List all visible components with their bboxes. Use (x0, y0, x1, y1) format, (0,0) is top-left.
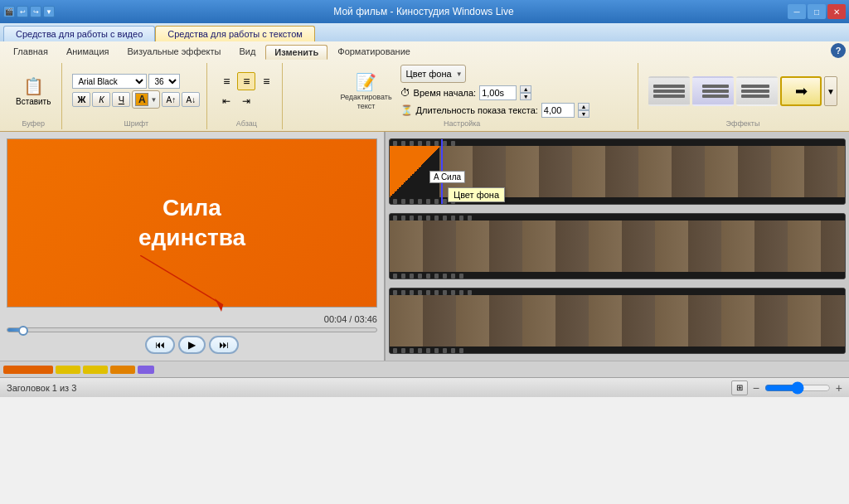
quick-access-icon[interactable]: ↩ (17, 6, 28, 17)
paste-label: Вставить (16, 97, 51, 106)
background-color-button[interactable]: Цвет фона ▼ (400, 65, 466, 83)
bold-button[interactable]: Ж (72, 92, 90, 107)
tab-text-tools[interactable]: Средства для работы с текстом (155, 26, 315, 41)
effect-btn-1[interactable] (648, 76, 690, 106)
paragraph-content: ≡ ≡ ≡ ⇤ ⇥ (217, 65, 275, 118)
effect-line-1c (653, 94, 685, 98)
hole (451, 274, 455, 279)
effect-btn-2[interactable] (692, 76, 734, 106)
paragraph-controls: ≡ ≡ ≡ ⇤ ⇥ (217, 72, 275, 110)
effect-btn-3[interactable] (736, 76, 778, 106)
play-button[interactable]: ▶ (178, 336, 206, 354)
play-next-button[interactable]: ⏭ (209, 336, 239, 354)
progress-handle[interactable] (18, 326, 28, 336)
align-center-button[interactable]: ≡ (237, 72, 255, 90)
hole (443, 274, 447, 279)
hole (434, 274, 439, 279)
svg-marker-1 (215, 298, 223, 312)
timeline-block-2 (389, 213, 846, 279)
timeline-dot-4[interactable] (110, 366, 135, 374)
minimize-button[interactable]: ─ (788, 4, 806, 19)
spin-down-icon[interactable]: ▼ (520, 93, 531, 100)
hole (410, 274, 414, 279)
timeline-dot-5[interactable] (138, 366, 154, 374)
timeline-dot-3[interactable] (83, 366, 108, 374)
tab-vid[interactable]: Вид (230, 45, 264, 60)
paste-button[interactable]: 📋 Вставить (12, 74, 55, 109)
hole (393, 348, 397, 353)
italic-button[interactable]: К (92, 92, 110, 107)
duration-row: ⏳ Длительность показа текста: ▲ ▼ (400, 103, 589, 118)
ribbon-tabs: Главная Анимация Визуальные эффекты Вид … (5, 45, 844, 60)
tab-glavnaya[interactable]: Главная (5, 45, 56, 60)
font-color-a: А (138, 94, 146, 105)
font-content: Arial Black 36 Ж К Ч (72, 65, 200, 118)
timeline-dot-1[interactable] (3, 366, 53, 374)
effects-label: Эффекты (726, 119, 760, 128)
effect-line-1a (653, 85, 685, 88)
bottom-bar: Заголовок 1 из 3 ⊞ − + (0, 377, 849, 397)
svg-line-0 (140, 255, 223, 305)
quick-access2-icon[interactable]: ↪ (30, 6, 41, 17)
preview-canvas: Силаединства (7, 138, 377, 308)
effect-lines-2 (694, 81, 732, 101)
time-start-label: Время начала: (414, 88, 477, 98)
tab-formatirovanie[interactable]: Форматирование (329, 45, 419, 60)
align-left-button[interactable]: ≡ (217, 72, 235, 90)
quick-access3-icon[interactable]: ▼ (43, 6, 55, 17)
buffer-label: Буфер (22, 119, 45, 128)
dur-spin-up-icon[interactable]: ▲ (578, 103, 589, 110)
hole (434, 141, 439, 146)
hole (393, 274, 397, 279)
duration-input[interactable] (541, 103, 575, 118)
window-title: Мой фильм - Киностудия Windows Live (60, 6, 788, 17)
title-bar-icons: 🎬 ↩ ↪ ▼ (3, 6, 55, 17)
tab-video-tools[interactable]: Средства для работы с видео (3, 26, 155, 41)
status-text: Заголовок 1 из 3 (7, 383, 731, 393)
fit-button[interactable]: ⊞ (731, 380, 748, 395)
effect-line-3b (741, 90, 769, 93)
hole (401, 199, 405, 204)
edit-text-button[interactable]: 📝 Редактироватьтекст (334, 69, 397, 114)
time-start-spinner[interactable]: ▲ ▼ (520, 85, 531, 100)
timeline-block-3 (389, 288, 846, 354)
effect-btn-4[interactable]: ➡ (780, 76, 822, 106)
help-button[interactable]: ? (831, 43, 846, 58)
font-row1: Arial Black 36 (72, 74, 200, 89)
decrease-indent-button[interactable]: ⇤ (217, 92, 235, 110)
buffer-content: 📋 Вставить (12, 65, 55, 118)
font-name-select[interactable]: Arial Black (72, 74, 147, 89)
effect-arrow-icon: ➡ (795, 82, 808, 100)
spin-up-icon[interactable]: ▲ (520, 85, 531, 93)
tab-vizeff[interactable]: Визуальные эффекты (119, 45, 230, 60)
window-controls: ─ □ ✕ (788, 4, 846, 19)
dur-spin-down-icon[interactable]: ▼ (578, 110, 589, 118)
tab-animaciya[interactable]: Анимация (58, 45, 118, 60)
effects-more-button[interactable]: ▼ (824, 76, 837, 106)
tab-izmenit[interactable]: Изменить (265, 45, 327, 60)
effect-line-2a (702, 85, 729, 88)
duration-spinner[interactable]: ▲ ▼ (578, 103, 589, 118)
increase-indent-button[interactable]: ⇥ (237, 92, 255, 110)
close-button[interactable]: ✕ (827, 4, 846, 19)
text-label-block: A Сила (429, 171, 465, 183)
tooltip-text: Цвет фона (454, 190, 499, 200)
play-prev-button[interactable]: ⏮ (145, 336, 175, 354)
align-right-button[interactable]: ≡ (257, 72, 275, 90)
time-start-input[interactable] (479, 85, 517, 100)
underline-button[interactable]: Ч (112, 92, 130, 107)
ribbon-content: 📋 Вставить Буфер Arial Black (5, 61, 844, 131)
zoom-slider[interactable] (764, 382, 831, 394)
font-shrink-button[interactable]: A↓ (182, 92, 200, 107)
hole (426, 199, 430, 204)
font-grow-button[interactable]: A↑ (162, 92, 180, 107)
film-holes-top-2 (390, 214, 845, 220)
maximize-button[interactable]: □ (808, 4, 826, 19)
timeline-dot-2[interactable] (56, 366, 80, 374)
progress-bar[interactable] (7, 327, 377, 332)
font-row2: Ж К Ч А ▼ A↑ A↓ (72, 90, 200, 109)
color-fon-row: Цвет фона ▼ (400, 65, 589, 83)
font-size-select[interactable]: 36 (148, 74, 180, 89)
font-color-button[interactable]: А ▼ (132, 90, 160, 109)
duration-icon: ⏳ (400, 104, 413, 116)
